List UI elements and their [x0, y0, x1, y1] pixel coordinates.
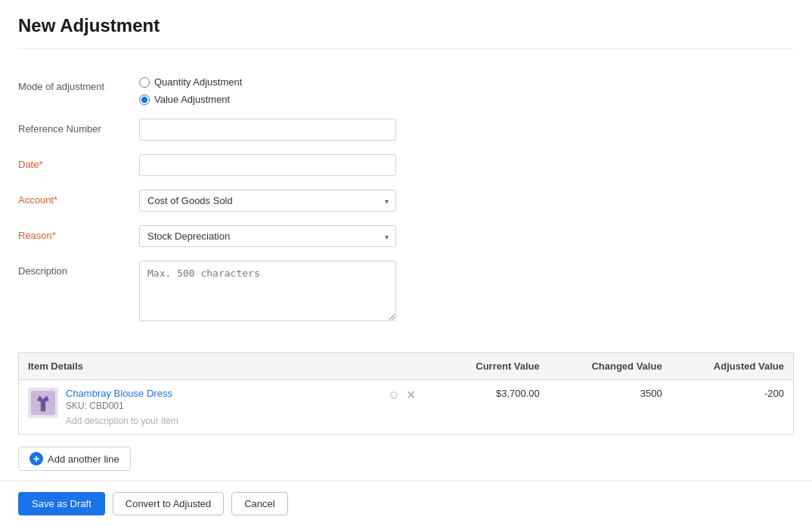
quantity-adjustment-label: Quantity Adjustment: [154, 76, 242, 88]
item-smiley-button[interactable]: ☺: [386, 389, 401, 401]
item-details-cell: Chambray Blouse Dress SKU: CBD001 Add de…: [19, 380, 426, 435]
account-row: Account* Cost of Goods Sold ▾: [18, 190, 794, 212]
item-changed-value-cell[interactable]: 3500: [549, 380, 671, 435]
item-remove-button[interactable]: ✕: [404, 389, 417, 401]
account-select-wrapper: Cost of Goods Sold ▾: [139, 190, 396, 212]
quantity-adjustment-option[interactable]: Quantity Adjustment: [139, 76, 396, 88]
reason-select[interactable]: Stock Depreciation: [139, 225, 396, 247]
account-select[interactable]: Cost of Goods Sold: [139, 190, 396, 212]
description-textarea[interactable]: [139, 261, 396, 321]
item-adjusted-value: -200: [764, 388, 784, 399]
footer-bar: Save as Draft Convert to Adjusted Cancel: [0, 481, 812, 526]
date-control: 09 Apr 2021: [139, 154, 396, 176]
item-image: [31, 391, 55, 415]
reference-input[interactable]: [139, 119, 396, 141]
adjustment-form: Mode of adjustment Quantity Adjustment V…: [18, 61, 794, 352]
convert-adjusted-button[interactable]: Convert to Adjusted: [113, 492, 224, 515]
mode-row: Mode of adjustment Quantity Adjustment V…: [18, 76, 794, 105]
page-title: New Adjustment: [18, 15, 794, 49]
quantity-radio[interactable]: [139, 77, 150, 88]
date-row: Date* 09 Apr 2021: [18, 154, 794, 176]
item-thumbnail: [28, 388, 58, 418]
reason-row: Reason* Stock Depreciation ▾: [18, 225, 794, 247]
description-row: Description: [18, 261, 794, 323]
col-header-current-value: Current Value: [426, 353, 549, 380]
item-actions: ☺ ✕: [386, 389, 417, 401]
col-header-changed-value: Changed Value: [549, 353, 671, 380]
mode-label: Mode of adjustment: [18, 76, 139, 92]
date-input[interactable]: 09 Apr 2021: [139, 154, 396, 176]
add-line-plus-icon: +: [29, 452, 43, 466]
reference-label: Reference Number: [18, 119, 139, 135]
item-sku: SKU: CBD001: [66, 401, 178, 411]
account-control: Cost of Goods Sold ▾: [139, 190, 396, 212]
table-row: Chambray Blouse Dress SKU: CBD001 Add de…: [19, 380, 794, 435]
item-adjusted-value-cell: -200: [671, 380, 794, 435]
add-line-label: Add another line: [48, 453, 119, 465]
add-line-button[interactable]: + Add another line: [18, 447, 131, 471]
description-label: Description: [18, 261, 139, 277]
date-label: Date*: [18, 154, 139, 170]
item-cell-content: Chambray Blouse Dress SKU: CBD001 Add de…: [28, 388, 178, 426]
value-radio[interactable]: [139, 94, 150, 105]
col-header-item-details: Item Details: [19, 353, 426, 380]
item-changed-value: 3500: [640, 388, 662, 399]
item-table: Item Details Current Value Changed Value…: [18, 352, 794, 435]
item-cell-top: Chambray Blouse Dress SKU: CBD001 Add de…: [28, 388, 417, 426]
item-current-value: $3,700.00: [496, 388, 540, 399]
item-current-value-cell: $3,700.00: [426, 380, 549, 435]
col-header-adjusted-value: Adjusted Value: [671, 353, 794, 380]
reason-label: Reason*: [18, 225, 139, 241]
reference-control: [139, 119, 396, 141]
item-name[interactable]: Chambray Blouse Dress: [66, 388, 178, 399]
reason-select-wrapper: Stock Depreciation ▾: [139, 225, 396, 247]
save-draft-button[interactable]: Save as Draft: [18, 492, 105, 515]
account-label: Account*: [18, 190, 139, 206]
item-description-placeholder[interactable]: Add description to your item: [66, 416, 178, 426]
value-adjustment-label: Value Adjustment: [154, 94, 230, 105]
reference-row: Reference Number: [18, 119, 794, 141]
reason-control: Stock Depreciation ▾: [139, 225, 396, 247]
item-info: Chambray Blouse Dress SKU: CBD001 Add de…: [66, 388, 178, 426]
description-control: [139, 261, 396, 323]
cancel-button[interactable]: Cancel: [231, 492, 287, 515]
value-adjustment-option[interactable]: Value Adjustment: [139, 94, 396, 105]
mode-radio-group: Quantity Adjustment Value Adjustment: [139, 76, 396, 105]
table-header-row: Item Details Current Value Changed Value…: [19, 353, 794, 380]
